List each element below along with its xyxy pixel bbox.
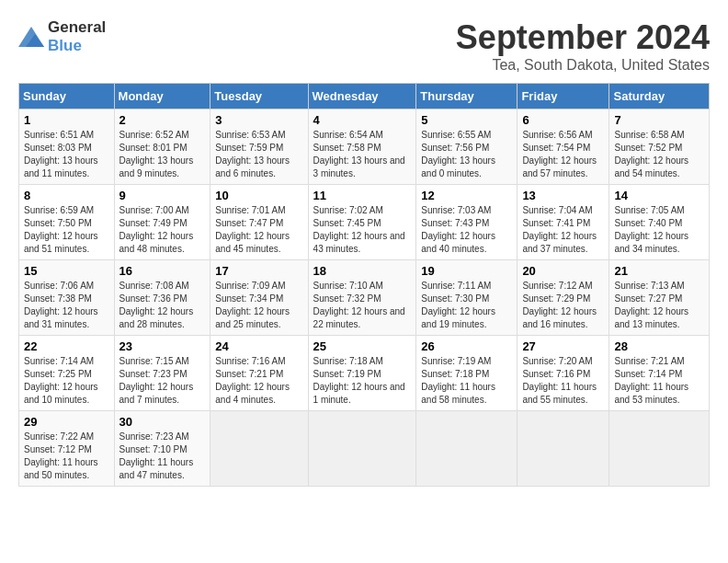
day-info: Sunrise: 7:14 AMSunset: 7:25 PMDaylight:… <box>24 355 109 407</box>
day-info: Sunrise: 6:54 AMSunset: 7:58 PMDaylight:… <box>313 129 412 180</box>
day-number: 8 <box>24 189 109 202</box>
calendar-cell: 29Sunrise: 7:22 AMSunset: 7:12 PMDayligh… <box>19 411 115 487</box>
day-number: 9 <box>119 189 206 202</box>
day-number: 13 <box>522 189 604 202</box>
calendar-cell: 8Sunrise: 6:59 AMSunset: 7:50 PMDaylight… <box>19 185 115 260</box>
day-info: Sunrise: 7:15 AMSunset: 7:23 PMDaylight:… <box>119 355 206 407</box>
calendar-cell: 11Sunrise: 7:02 AMSunset: 7:45 PMDayligh… <box>308 185 416 260</box>
calendar-cell <box>210 411 308 487</box>
calendar-cell: 22Sunrise: 7:14 AMSunset: 7:25 PMDayligh… <box>19 336 115 411</box>
weekday-header-sunday: Sunday <box>19 84 115 109</box>
calendar-week-row: 1Sunrise: 6:51 AMSunset: 8:03 PMDaylight… <box>19 109 710 185</box>
calendar-cell <box>518 411 609 487</box>
weekday-header-monday: Monday <box>114 84 210 109</box>
day-number: 11 <box>313 189 412 202</box>
calendar-cell: 18Sunrise: 7:10 AMSunset: 7:32 PMDayligh… <box>308 260 416 336</box>
logo: General Blue <box>18 18 106 55</box>
day-number: 10 <box>215 189 302 202</box>
calendar-cell: 26Sunrise: 7:19 AMSunset: 7:18 PMDayligh… <box>416 336 518 411</box>
calendar-cell: 23Sunrise: 7:15 AMSunset: 7:23 PMDayligh… <box>114 336 210 411</box>
day-info: Sunrise: 7:08 AMSunset: 7:36 PMDaylight:… <box>119 280 206 331</box>
calendar-cell: 25Sunrise: 7:18 AMSunset: 7:19 PMDayligh… <box>308 336 416 411</box>
weekday-header-saturday: Saturday <box>609 84 710 109</box>
day-info: Sunrise: 7:05 AMSunset: 7:40 PMDaylight:… <box>614 204 704 256</box>
calendar-cell: 27Sunrise: 7:20 AMSunset: 7:16 PMDayligh… <box>518 336 609 411</box>
day-number: 5 <box>421 113 512 127</box>
day-info: Sunrise: 7:19 AMSunset: 7:18 PMDaylight:… <box>421 355 512 407</box>
calendar-cell: 5Sunrise: 6:55 AMSunset: 7:56 PMDaylight… <box>416 109 518 185</box>
calendar-cell: 28Sunrise: 7:21 AMSunset: 7:14 PMDayligh… <box>609 336 710 411</box>
day-info: Sunrise: 7:11 AMSunset: 7:30 PMDaylight:… <box>421 280 512 331</box>
calendar-week-row: 22Sunrise: 7:14 AMSunset: 7:25 PMDayligh… <box>19 336 710 411</box>
calendar-cell: 21Sunrise: 7:13 AMSunset: 7:27 PMDayligh… <box>609 260 710 336</box>
calendar-cell <box>308 411 416 487</box>
calendar-week-row: 15Sunrise: 7:06 AMSunset: 7:38 PMDayligh… <box>19 260 710 336</box>
day-number: 4 <box>313 113 412 127</box>
calendar-cell <box>416 411 518 487</box>
day-info: Sunrise: 7:03 AMSunset: 7:43 PMDaylight:… <box>421 204 512 256</box>
day-info: Sunrise: 7:12 AMSunset: 7:29 PMDaylight:… <box>522 280 604 331</box>
weekday-header-friday: Friday <box>518 84 609 109</box>
day-info: Sunrise: 7:09 AMSunset: 7:34 PMDaylight:… <box>215 280 302 331</box>
day-info: Sunrise: 6:51 AMSunset: 8:03 PMDaylight:… <box>24 129 109 180</box>
day-number: 1 <box>24 113 109 127</box>
day-number: 20 <box>522 264 604 278</box>
day-info: Sunrise: 7:04 AMSunset: 7:41 PMDaylight:… <box>522 204 604 256</box>
calendar-cell: 13Sunrise: 7:04 AMSunset: 7:41 PMDayligh… <box>518 185 609 260</box>
day-info: Sunrise: 6:56 AMSunset: 7:54 PMDaylight:… <box>522 129 604 180</box>
day-info: Sunrise: 6:59 AMSunset: 7:50 PMDaylight:… <box>24 204 109 256</box>
calendar-cell: 4Sunrise: 6:54 AMSunset: 7:58 PMDaylight… <box>308 109 416 185</box>
day-number: 24 <box>215 339 302 353</box>
day-number: 3 <box>215 113 302 127</box>
day-number: 26 <box>421 339 512 353</box>
calendar-cell: 9Sunrise: 7:00 AMSunset: 7:49 PMDaylight… <box>114 185 210 260</box>
calendar-cell <box>609 411 710 487</box>
day-number: 18 <box>313 264 412 278</box>
day-number: 29 <box>24 415 109 429</box>
day-info: Sunrise: 7:23 AMSunset: 7:10 PMDaylight:… <box>119 431 206 482</box>
day-number: 7 <box>614 113 704 127</box>
logo-icon <box>18 27 44 47</box>
logo-blue: Blue <box>48 37 82 54</box>
day-info: Sunrise: 7:00 AMSunset: 7:49 PMDaylight:… <box>119 204 206 256</box>
day-number: 19 <box>421 264 512 278</box>
page-title: September 2024 <box>456 18 710 57</box>
logo-general: General <box>48 18 106 36</box>
calendar-week-row: 29Sunrise: 7:22 AMSunset: 7:12 PMDayligh… <box>19 411 710 487</box>
day-info: Sunrise: 7:16 AMSunset: 7:21 PMDaylight:… <box>215 355 302 407</box>
calendar-cell: 1Sunrise: 6:51 AMSunset: 8:03 PMDaylight… <box>19 109 115 185</box>
day-number: 12 <box>421 189 512 202</box>
calendar-cell: 20Sunrise: 7:12 AMSunset: 7:29 PMDayligh… <box>518 260 609 336</box>
day-number: 6 <box>522 113 604 127</box>
title-area: September 2024 Tea, South Dakota, United… <box>456 18 710 74</box>
calendar-cell: 10Sunrise: 7:01 AMSunset: 7:47 PMDayligh… <box>210 185 308 260</box>
calendar-cell: 3Sunrise: 6:53 AMSunset: 7:59 PMDaylight… <box>210 109 308 185</box>
day-info: Sunrise: 6:58 AMSunset: 7:52 PMDaylight:… <box>614 129 704 180</box>
calendar-cell: 15Sunrise: 7:06 AMSunset: 7:38 PMDayligh… <box>19 260 115 336</box>
calendar-cell: 30Sunrise: 7:23 AMSunset: 7:10 PMDayligh… <box>114 411 210 487</box>
day-info: Sunrise: 7:22 AMSunset: 7:12 PMDaylight:… <box>24 431 109 482</box>
day-info: Sunrise: 7:01 AMSunset: 7:47 PMDaylight:… <box>215 204 302 256</box>
day-number: 30 <box>119 415 206 429</box>
calendar-table: SundayMondayTuesdayWednesdayThursdayFrid… <box>18 83 710 487</box>
weekday-header-thursday: Thursday <box>416 84 518 109</box>
calendar-cell: 17Sunrise: 7:09 AMSunset: 7:34 PMDayligh… <box>210 260 308 336</box>
weekday-header-row: SundayMondayTuesdayWednesdayThursdayFrid… <box>19 84 710 109</box>
day-number: 28 <box>614 339 704 353</box>
calendar-cell: 7Sunrise: 6:58 AMSunset: 7:52 PMDaylight… <box>609 109 710 185</box>
day-info: Sunrise: 7:13 AMSunset: 7:27 PMDaylight:… <box>614 280 704 331</box>
day-number: 21 <box>614 264 704 278</box>
day-number: 25 <box>313 339 412 353</box>
header: General Blue September 2024 Tea, South D… <box>18 18 710 74</box>
calendar-cell: 12Sunrise: 7:03 AMSunset: 7:43 PMDayligh… <box>416 185 518 260</box>
calendar-cell: 2Sunrise: 6:52 AMSunset: 8:01 PMDaylight… <box>114 109 210 185</box>
day-info: Sunrise: 6:55 AMSunset: 7:56 PMDaylight:… <box>421 129 512 180</box>
day-number: 14 <box>614 189 704 202</box>
calendar-cell: 14Sunrise: 7:05 AMSunset: 7:40 PMDayligh… <box>609 185 710 260</box>
day-number: 17 <box>215 264 302 278</box>
page-subtitle: Tea, South Dakota, United States <box>456 57 710 74</box>
day-info: Sunrise: 7:18 AMSunset: 7:19 PMDaylight:… <box>313 355 412 407</box>
day-info: Sunrise: 7:06 AMSunset: 7:38 PMDaylight:… <box>24 280 109 331</box>
day-info: Sunrise: 7:10 AMSunset: 7:32 PMDaylight:… <box>313 280 412 331</box>
day-info: Sunrise: 7:20 AMSunset: 7:16 PMDaylight:… <box>522 355 604 407</box>
